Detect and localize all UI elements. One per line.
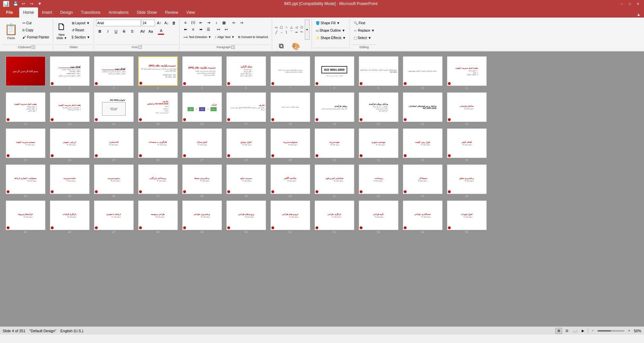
font-size-input[interactable] — [141, 20, 155, 26]
tab-home[interactable]: Home — [19, 7, 38, 18]
shapes-expand-button[interactable]: ▼ — [305, 20, 310, 40]
slide-item[interactable]: مسئولیت مدیریتمحتوای اسلاید 29 29 — [269, 128, 311, 162]
slideshow-button[interactable]: ▶ — [580, 328, 586, 334]
slide-item[interactable]: تعاریفISO 9000-2000 براساس• فرآیند• محصو… — [137, 92, 179, 126]
slide-panel[interactable]: بسم الله الرحمن الرحیم 1 اهداف دوره• مرو… — [0, 52, 644, 326]
slide-item[interactable]: زیرساختی بازرگانیمحتوای اسلاید 37 37 — [137, 164, 179, 198]
slide-item[interactable]: رویکرد فرآیندی در مدیریت کیفیت 18 — [269, 92, 311, 126]
save-quick-btn[interactable]: 💾 — [12, 1, 19, 7]
slide-item[interactable]: طراحی و توسعهمحتوای اسلاید 48 48 — [137, 200, 179, 234]
slide-item[interactable]: خروجی‌های طراحیمحتوای اسلاید 51 51 — [269, 200, 311, 234]
increase-font-button[interactable]: A↑ — [156, 20, 162, 26]
text-direction-button[interactable]: ⟶ Text Direction ▼ — [182, 34, 213, 40]
slide-item[interactable]: ساختار و سر فصل‌های استانداردISO 9001-20… — [401, 92, 444, 126]
decrease-font-button[interactable]: A↓ — [163, 20, 170, 26]
convert-smartart-button[interactable]: ⧉ Convert to SmartArt — [236, 34, 270, 40]
ltr-button[interactable]: ⇒ — [238, 20, 245, 26]
reset-button[interactable]: ↺ Reset — [70, 27, 92, 33]
slide-item[interactable]: برنامه‌ریزی محیطمحتوای اسلاید 38 38 — [181, 164, 223, 198]
slide-item[interactable]: ورودی‌های طراحیمحتوای اسلاید 50 50 — [225, 200, 267, 234]
slide-sorter-button[interactable]: ⊟ — [564, 328, 570, 334]
zoom-slider[interactable] — [598, 330, 624, 332]
slide-item[interactable]: اهداف کیفیمحتوای اسلاید 33 33 — [446, 128, 488, 162]
slide-item[interactable]: مدیریت یکپارچه نظام (IMS)مزایا و معایب س… — [181, 56, 223, 90]
slide-item[interactable]: زنجیره مدیریتمحتوای اسلاید 36 36 — [93, 164, 135, 198]
rtl-button[interactable]: ⇐ — [230, 20, 237, 26]
slide-item[interactable]: کنترل تغییراتمحتوای اسلاید 55 55 — [446, 200, 488, 234]
slide-item[interactable]: اهداف دوره• مروری بر مواد و الزامات استا… — [49, 56, 91, 90]
bullets-button[interactable]: ≡ — [182, 20, 189, 26]
redo-quick-btn[interactable]: ↪ — [28, 1, 35, 7]
justify-button[interactable]: ☰ — [205, 26, 212, 32]
tab-animations[interactable]: Animations — [104, 7, 132, 18]
slide-item[interactable]: رویکرد فرآیندیمدل رویکرد فرآیندی برای سی… — [313, 92, 355, 126]
slide-item[interactable]: بازنگری طراحیمحتوای اسلاید 52 52 — [313, 200, 355, 234]
slide-item[interactable]: ارتباط با مشتریمحتوای اسلاید 47 47 — [93, 200, 135, 234]
shape-scribble[interactable]: 〜 — [299, 30, 304, 35]
format-painter-button[interactable]: 🖌 Format Painter — [21, 34, 51, 40]
tab-review[interactable]: Review — [161, 7, 182, 18]
slide-item[interactable]: مزای کارکرد• بهبود فرآیندها• کاهش هزینه‌… — [225, 56, 267, 90]
normal-view-button[interactable]: ⊞ — [555, 328, 562, 334]
slide-item[interactable]: مدیریت یکپارچه نظام (IMS)استانداردهای مو… — [137, 56, 179, 90]
tab-view[interactable]: View — [182, 7, 199, 18]
shape-triangle[interactable]: △ — [289, 25, 294, 30]
align-text-button[interactable]: ↕ Align Text ▼ — [213, 34, 236, 40]
slide-item[interactable]: تعاریفتعاریف اصلی در استاندارد ISO 9000-… — [225, 92, 267, 126]
shape-pentagon[interactable]: ⬠ — [299, 25, 304, 30]
font-expand[interactable]: ↗ — [138, 45, 142, 49]
font-color-button[interactable]: A — [157, 28, 165, 34]
shape-roundrect[interactable]: ▢ — [279, 25, 284, 30]
align-left-button[interactable]: ⬅ — [182, 26, 189, 32]
underline-button[interactable]: U — [112, 28, 120, 34]
shape-oval[interactable]: ○ — [284, 25, 289, 30]
tab-file[interactable]: File — [1, 7, 18, 18]
align-right-button[interactable]: ➡ — [197, 26, 204, 32]
font-spacing-button[interactable]: AV — [139, 28, 146, 34]
paste-button[interactable]: 📋 Paste — [2, 20, 20, 43]
shape-connector[interactable]: ⤵ — [284, 30, 289, 35]
slide-item[interactable]: کنترل سوابقمحتوای اسلاید 28 28 — [225, 128, 267, 162]
slide-item[interactable]: فرآیندهای مربوطمحتوای اسلاید 45 45 — [4, 200, 46, 234]
shape-rtriangle[interactable]: ◁ — [294, 25, 299, 30]
columns-button[interactable]: ▦ — [220, 20, 228, 26]
slide-item[interactable]: سیستم مدیریت کیفیتمحتوای اسلاید 23 23 — [4, 128, 46, 162]
slide-item[interactable]: آماده‌سازیمحتوای اسلاید 25 25 — [93, 128, 135, 162]
slide-item[interactable]: ISO 9001-2000استاندارد سیستم مدیریت کیفی… — [313, 56, 355, 90]
slide-item[interactable]: محیط کارمحتوای اسلاید 43 43 — [401, 164, 444, 198]
paragraph-expand[interactable]: ↗ — [231, 45, 235, 49]
change-case-button[interactable]: Aa — [147, 28, 154, 34]
shape-curve[interactable]: ⌒ — [289, 30, 294, 35]
tab-insert[interactable]: Insert — [38, 7, 56, 18]
slide-item[interactable]: ساختار سازمانیمحتوای اسلاید 22 22 — [446, 92, 488, 126]
close-button[interactable]: ✕ — [635, 1, 641, 6]
shape-line[interactable]: ╱ — [274, 30, 279, 35]
bold-button[interactable]: B — [96, 28, 103, 34]
ribbon-collapse-btn[interactable]: ▲ — [635, 11, 643, 18]
new-slide-button[interactable]: 🗋 NewSlide ▼ — [55, 20, 68, 41]
slide-item[interactable]: مبانی سازمانی مدیریت کیفیت و بهره‌وری 10 — [401, 56, 444, 90]
slide-item[interactable]: بسم الله الرحمن الرحیم 1 — [4, 56, 46, 90]
slide-item[interactable]: صحه‌گذاری طراحیمحتوای اسلاید 54 54 — [401, 200, 444, 234]
slide-item[interactable]: فرآیندورودی→فرآیند→خروجی 16 — [181, 92, 223, 126]
copy-button[interactable]: ⎘ Copy — [21, 27, 51, 33]
shape-freeform[interactable]: ✏ — [294, 30, 299, 35]
slide-item[interactable]: مروری بر مفاهیم اصلی سیستم مدیریت کیفیتو… — [269, 56, 311, 90]
hanging-indent-button[interactable]: ↤ — [222, 26, 230, 32]
maximize-button[interactable]: □ — [626, 1, 633, 6]
replace-button[interactable]: ↔ Replace ▼ — [352, 27, 377, 34]
slide-item[interactable]: صلاحیت آگاهیمحتوای اسلاید 40 40 — [269, 164, 311, 198]
slide-item[interactable]: هشت اصل مدیریت کیفیت۱- مشتری مداری۲- رهب… — [446, 56, 488, 90]
shadow-button[interactable]: S — [128, 28, 136, 34]
shape-arrow-line[interactable]: → — [279, 30, 284, 35]
slide-item[interactable]: بازنگری الزاماتمحتوای اسلاید 46 46 — [49, 200, 91, 234]
clear-format-button[interactable]: 🗑 — [170, 20, 177, 26]
numbering-button[interactable]: ⑴ — [189, 20, 197, 26]
tab-design[interactable]: Design — [56, 7, 77, 18]
shape-fill-button[interactable]: 🪣 Shape Fill ▼ — [314, 20, 342, 26]
clipboard-expand[interactable]: ↗ — [32, 45, 35, 49]
slide-item[interactable]: بکارگیری به مستنداتمحتوای اسلاید 26 26 — [137, 128, 179, 162]
slide-item[interactable]: برنامه‌ریزی طراحیمحتوای اسلاید 49 49 — [181, 200, 223, 234]
decrease-indent-button[interactable]: ⇤ — [197, 20, 204, 26]
section-button[interactable]: § Section ▼ — [70, 34, 92, 40]
